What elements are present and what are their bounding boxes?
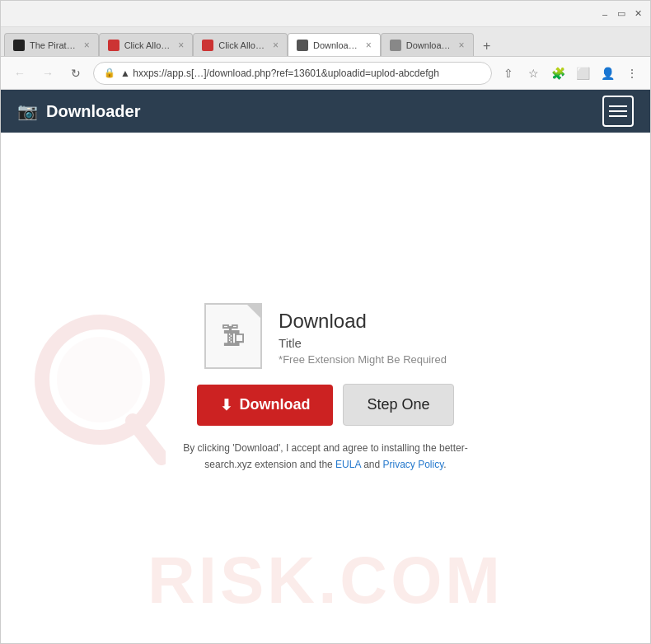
watermark-text: RISK.COM [148, 543, 503, 618]
restore-button[interactable]: ▭ [616, 8, 627, 20]
toolbar-icons: ⇧ ☆ 🧩 ⬜ 👤 ⋮ [499, 63, 642, 83]
tab-click1-close[interactable]: × [178, 40, 184, 51]
file-details: Download Title *Free Extension Might Be … [279, 303, 447, 366]
url-bar[interactable]: 🔒 ▲ hxxps://app.s[…]/download.php?ref=13… [93, 62, 492, 85]
profile-icon[interactable]: 👤 [597, 63, 617, 83]
main-content: RISK.COM 🗜 Download Title *Free Extensio… [1, 133, 650, 643]
reload-button[interactable]: ↻ [65, 63, 87, 84]
hamburger-button[interactable] [602, 96, 634, 127]
tab-click2-close[interactable]: × [273, 40, 279, 51]
tab-click1-icon [108, 40, 119, 51]
eula-link[interactable]: EULA [335, 459, 361, 470]
download-button[interactable]: ⬇ Download [197, 385, 333, 426]
tab-pirate-icon [13, 40, 25, 51]
tab-dl2-label: Downloa… [406, 40, 451, 50]
lock-icon: 🔒 [104, 68, 115, 78]
back-button[interactable]: ← [9, 63, 30, 84]
more-icon[interactable]: ⋮ [622, 63, 642, 83]
file-note: *Free Extension Might Be Required [279, 353, 447, 366]
content-card: 🗜 Download Title *Free Extension Might B… [136, 278, 515, 497]
window-controls: – ▭ ✕ [599, 8, 644, 20]
hamburger-line-1 [609, 105, 627, 107]
tab-click2[interactable]: Click Allo… × [193, 33, 288, 56]
tab-pirate-label: The Pirat… [30, 40, 76, 50]
download-heading: Download [279, 310, 447, 333]
title-bar: – ▭ ✕ [1, 1, 650, 27]
layout-icon[interactable]: ⬜ [573, 63, 592, 83]
tab-dl1[interactable]: Downloa… × [288, 33, 381, 56]
svg-point-1 [57, 337, 143, 422]
tabs-bar: The Pirat… × Click Allo… × Click Allo… ×… [1, 27, 650, 57]
forward-button[interactable]: → [37, 63, 59, 84]
tab-dl2-close[interactable]: × [459, 40, 465, 51]
download-button-label: Download [239, 396, 310, 413]
hamburger-line-3 [609, 115, 627, 117]
file-info-row: 🗜 Download Title *Free Extension Might B… [204, 303, 447, 369]
app-brand: 📷 Downloader [17, 101, 140, 121]
consent-text: By clicking 'Download', I accept and agr… [169, 441, 482, 472]
tab-dl1-label: Downloa… [313, 40, 358, 50]
tab-click2-label: Click Allo… [218, 40, 265, 50]
tab-click2-icon [202, 40, 213, 51]
close-button[interactable]: ✕ [632, 8, 644, 20]
file-icon-box: 🗜 [204, 303, 262, 369]
tab-dl1-icon [297, 40, 308, 51]
new-tab-button[interactable]: + [477, 36, 497, 56]
zip-icon: 🗜 [221, 322, 246, 350]
url-text: ▲ hxxps://app.s[…]/download.php?ref=1360… [120, 68, 481, 79]
privacy-policy-link[interactable]: Privacy Policy [383, 459, 444, 470]
minimize-button[interactable]: – [599, 8, 611, 20]
tab-dl2-icon [390, 40, 401, 51]
consent-and: and [361, 459, 383, 470]
download-arrow-icon: ⬇ [220, 396, 232, 414]
hamburger-line-2 [609, 110, 627, 112]
star-icon[interactable]: ☆ [523, 63, 543, 83]
tab-click1-label: Click Allo… [124, 40, 171, 50]
consent-end: . [443, 459, 446, 470]
app-brand-label: Downloader [46, 102, 140, 121]
tab-pirate-close[interactable]: × [84, 40, 90, 51]
tab-click1[interactable]: Click Allo… × [99, 33, 194, 56]
step-one-button[interactable]: Step One [343, 384, 453, 426]
app-header: 📷 Downloader [1, 90, 650, 133]
share-icon[interactable]: ⇧ [499, 63, 518, 83]
step-one-label: Step One [367, 396, 429, 413]
camera-icon: 📷 [17, 101, 38, 121]
browser-window: – ▭ ✕ The Pirat… × Click Allo… × Click A… [0, 0, 651, 644]
file-title: Title [279, 336, 447, 350]
buttons-row: ⬇ Download Step One [197, 384, 453, 426]
address-bar: ← → ↻ 🔒 ▲ hxxps://app.s[…]/download.php?… [1, 57, 650, 90]
tab-pirate[interactable]: The Pirat… × [4, 33, 99, 56]
tab-dl1-close[interactable]: × [366, 40, 372, 51]
tab-dl2[interactable]: Downloa… × [381, 33, 474, 56]
puzzle-icon[interactable]: 🧩 [548, 63, 568, 83]
